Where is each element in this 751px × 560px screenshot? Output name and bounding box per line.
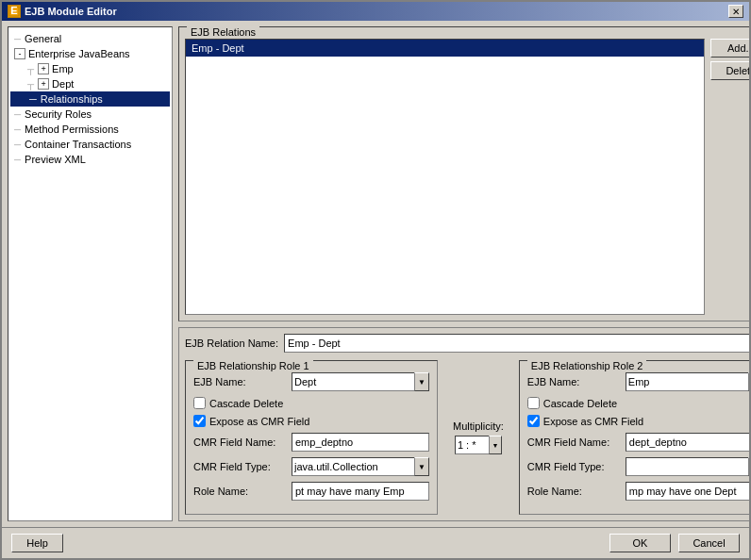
role1-role-name-row: Role Name: bbox=[193, 482, 429, 501]
role1-expose-cmr-row: Expose as CMR Field bbox=[193, 415, 429, 427]
ejb-relations-group: EJB Relations Emp - Dept Add... Delete bbox=[178, 26, 749, 321]
role2-cmr-field-type-wrapper: java.util.Collection java.util.Set ▼ bbox=[626, 457, 749, 476]
multiplicity-label: Multiplicity: bbox=[453, 420, 504, 432]
bottom-bar: Help OK Cancel bbox=[2, 527, 749, 558]
content-area: ─ General - Enterprise JavaBeans ┬ + Emp… bbox=[2, 21, 749, 527]
role1-cmr-field-type-wrapper: java.util.Collection java.util.Set ▼ bbox=[292, 457, 429, 476]
role2-cmr-field-name-row: CMR Field Name: bbox=[527, 433, 749, 452]
tree-label-method-permissions: Method Permissions bbox=[25, 124, 119, 135]
role1-cmr-field-type-select[interactable]: java.util.Collection java.util.Set bbox=[292, 457, 429, 476]
tree-item-method-permissions[interactable]: ─ Method Permissions bbox=[10, 122, 170, 137]
role1-label: EJB Relationship Role 1 bbox=[193, 360, 313, 371]
role2-group: EJB Relationship Role 2 EJB Name: Dept E… bbox=[519, 360, 749, 515]
multiplicity-select[interactable]: 1 : 1 1 : * * : 1 * : * bbox=[455, 436, 502, 454]
role2-cmr-field-type-select[interactable]: java.util.Collection java.util.Set bbox=[626, 457, 749, 476]
role2-cascade-delete-row: Cascade Delete bbox=[527, 397, 749, 409]
role2-role-name-label: Role Name: bbox=[527, 486, 622, 497]
role1-role-name-label: Role Name: bbox=[193, 486, 288, 497]
role2-cmr-field-type-label: CMR Field Type: bbox=[527, 461, 622, 472]
tree-label-relationships: Relationships bbox=[41, 93, 103, 105]
tree-item-security-roles[interactable]: ─ Security Roles bbox=[10, 107, 170, 122]
role1-cascade-delete-row: Cascade Delete bbox=[193, 397, 429, 409]
role2-expose-cmr-checkbox[interactable] bbox=[527, 415, 540, 427]
role2-cascade-delete-checkbox[interactable] bbox=[527, 397, 540, 409]
role2-cmr-field-name-label: CMR Field Name: bbox=[527, 436, 622, 448]
ejb-relation-name-input[interactable] bbox=[284, 334, 749, 353]
relations-list: Emp - Dept bbox=[185, 39, 705, 315]
tree-label-general: General bbox=[25, 33, 61, 44]
tree-expander-emp[interactable]: + bbox=[38, 63, 49, 74]
tree-item-general[interactable]: ─ General bbox=[10, 31, 170, 46]
tree-item-container-transactions[interactable]: ─ Container Transactions bbox=[10, 137, 170, 152]
svg-text:E: E bbox=[10, 6, 17, 16]
add-button[interactable]: Add... bbox=[710, 39, 749, 58]
tree-item-dept[interactable]: ┬ + Dept bbox=[10, 76, 170, 91]
tree-expander-dept[interactable]: + bbox=[38, 78, 49, 90]
role1-cmr-field-name-label: CMR Field Name: bbox=[193, 436, 288, 448]
role2-role-name-row: Role Name: bbox=[527, 482, 749, 501]
role2-cascade-delete-label: Cascade Delete bbox=[543, 398, 617, 409]
tree-label-preview-xml: Preview XML bbox=[25, 154, 86, 165]
role1-cmr-field-name-row: CMR Field Name: bbox=[193, 433, 429, 452]
tree-label-container-transactions: Container Transactions bbox=[25, 139, 131, 150]
role1-expose-cmr-label: Expose as CMR Field bbox=[209, 416, 309, 427]
role2-ejb-name-select[interactable]: Dept Emp bbox=[626, 372, 749, 391]
tree-label-security-roles: Security Roles bbox=[25, 108, 92, 120]
role2-ejb-name-wrapper: Dept Emp ▼ bbox=[626, 372, 749, 391]
ejb-relation-details: EJB Relation Name: EJB Relationship Role… bbox=[178, 327, 749, 521]
multiplicity-section: Multiplicity: 1 : 1 1 : * * : 1 * : * ▼ bbox=[445, 360, 511, 515]
role2-cmr-field-type-row: CMR Field Type: java.util.Collection jav… bbox=[527, 457, 749, 476]
relations-buttons: Add... Delete bbox=[710, 39, 749, 315]
tree-expander-ejb[interactable]: - bbox=[14, 48, 25, 59]
tree-item-emp[interactable]: ┬ + Emp bbox=[10, 61, 170, 76]
role1-cascade-delete-checkbox[interactable] bbox=[193, 397, 206, 409]
title-bar: E EJB Module Editor ✕ bbox=[2, 2, 749, 21]
close-button[interactable]: ✕ bbox=[728, 5, 743, 18]
help-button[interactable]: Help bbox=[11, 534, 63, 552]
role2-cmr-field-name-input[interactable] bbox=[626, 433, 749, 452]
role1-ejb-name-select[interactable]: Dept Emp bbox=[292, 372, 429, 391]
role1-ejb-name-label: EJB Name: bbox=[193, 376, 288, 387]
role2-ejb-name-label: EJB Name: bbox=[527, 376, 622, 387]
tree-label-emp: Emp bbox=[52, 63, 74, 74]
role2-expose-cmr-label: Expose as CMR Field bbox=[543, 416, 643, 427]
app-icon: E bbox=[8, 5, 21, 18]
role2-role-name-input[interactable] bbox=[626, 482, 749, 501]
role1-expose-cmr-checkbox[interactable] bbox=[193, 415, 206, 427]
role2-ejb-name-row: EJB Name: Dept Emp ▼ bbox=[527, 372, 749, 391]
right-panel: EJB Relations Emp - Dept Add... Delete E… bbox=[178, 26, 749, 521]
relation-name-row: EJB Relation Name: bbox=[185, 334, 749, 353]
delete-button[interactable]: Delete bbox=[710, 61, 749, 80]
multiplicity-select-wrapper: 1 : 1 1 : * * : 1 * : * ▼ bbox=[455, 436, 502, 454]
ejb-relation-name-label: EJB Relation Name: bbox=[185, 338, 278, 349]
tree-item-relationships[interactable]: ─ Relationships bbox=[10, 91, 170, 107]
ejb-relations-label: EJB Relations bbox=[187, 26, 259, 38]
main-window: E EJB Module Editor ✕ ─ General - Enterp… bbox=[0, 0, 751, 560]
role1-cmr-field-name-input[interactable] bbox=[292, 433, 429, 452]
role1-role-name-input[interactable] bbox=[292, 482, 429, 501]
role2-expose-cmr-row: Expose as CMR Field bbox=[527, 415, 749, 427]
window-title: EJB Module Editor bbox=[25, 6, 117, 17]
role1-cascade-delete-label: Cascade Delete bbox=[209, 398, 283, 409]
role1-cmr-field-type-label: CMR Field Type: bbox=[193, 461, 288, 472]
ok-button[interactable]: OK bbox=[609, 534, 671, 552]
role1-group: EJB Relationship Role 1 EJB Name: Dept E… bbox=[185, 360, 438, 515]
left-panel: ─ General - Enterprise JavaBeans ┬ + Emp… bbox=[8, 26, 173, 521]
tree-label-ejb: Enterprise JavaBeans bbox=[28, 48, 130, 59]
bottom-bar-right: OK Cancel bbox=[609, 534, 740, 552]
tree-item-preview-xml[interactable]: ─ Preview XML bbox=[10, 152, 170, 167]
role1-cmr-field-type-row: CMR Field Type: java.util.Collection jav… bbox=[193, 457, 429, 476]
relation-item-emp-dept[interactable]: Emp - Dept bbox=[186, 40, 704, 57]
tree-dash-general: ─ bbox=[14, 34, 21, 44]
tree-item-enterprise-javabeans[interactable]: - Enterprise JavaBeans bbox=[10, 46, 170, 61]
role2-label: EJB Relationship Role 2 bbox=[527, 360, 647, 371]
cancel-button[interactable]: Cancel bbox=[678, 534, 740, 552]
roles-row: EJB Relationship Role 1 EJB Name: Dept E… bbox=[185, 360, 749, 515]
role1-ejb-name-wrapper: Dept Emp ▼ bbox=[292, 372, 429, 391]
role1-ejb-name-row: EJB Name: Dept Emp ▼ bbox=[193, 372, 429, 391]
tree-label-dept: Dept bbox=[52, 78, 74, 90]
